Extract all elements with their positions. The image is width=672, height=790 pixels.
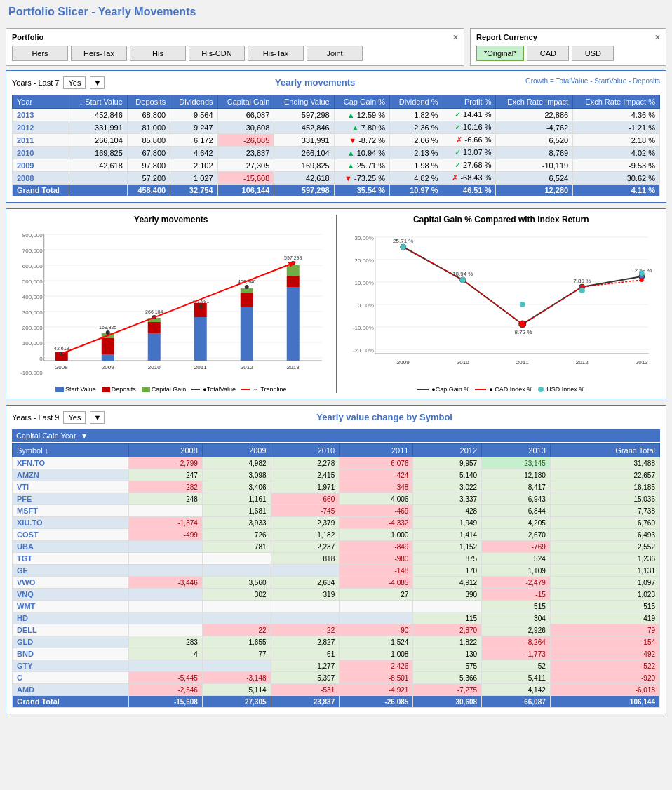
td-sym-2011: -8,501 [340,672,413,684]
td-sym-total: 7,738 [550,505,659,517]
td-sym-2013: -2,479 [482,577,551,589]
td-sym-2010: 2,278 [271,457,340,469]
line-chart-svg: 30.00% 20.00% 10.00% 0.00% -10.00% -20.0… [342,227,661,382]
td-year: 2010 [13,147,69,159]
td-sym-total: 419 [550,612,659,624]
td-exch-pct: -4.02 % [573,147,660,159]
td-sym-2013: 1,109 [482,565,551,577]
sym-th-2013: 2013 [482,444,551,457]
legend-color-capgain [142,387,150,392]
td-sym-2010: 2,237 [271,541,340,553]
td-ending: 597,298 [274,109,334,121]
td-sym-2011: -849 [340,541,413,553]
td-sym-total: -154 [550,636,659,648]
legend-color-deposits [102,387,110,392]
td-sym-2013: 2,670 [482,529,551,541]
portfolio-btn-his-tax[interactable]: His-Tax [248,46,304,61]
td-start: 452,846 [69,109,128,121]
td-sym-2009: 781 [202,541,271,553]
currency-label: Report Currency [476,33,537,41]
bar-2009-start [102,354,114,361]
currency-close-icon[interactable]: ✕ [654,34,660,41]
filter-dropdown[interactable]: ▼ [90,76,105,89]
td-capgain: -26,085 [217,134,274,147]
td-sym-2013: 4,142 [482,684,551,696]
td-sym-2008: 248 [128,493,202,505]
line-chart-title: Capital Gain % Compared with Index Retur… [342,215,661,225]
td-sym-2012: 575 [413,660,482,672]
td-exch: 6,524 [496,172,573,185]
portfolio-btn-hers[interactable]: Hers [12,46,68,61]
td-deposits: 97,800 [127,159,170,172]
th-start: ↓ Start Value [69,95,128,109]
svg-text:-100,000: -100,000 [20,370,43,376]
td-sym-2012: 1,414 [413,529,482,541]
td-sym-2011: -980 [340,553,413,565]
td-sym-symbol: BND [13,648,129,660]
td-sym-2009: 4,982 [202,457,271,469]
legend-line-capgain [417,389,429,390]
td-sym-2008: 4 [128,648,202,660]
td-ending: 169,825 [274,159,334,172]
bar-2012-deposits [241,293,253,307]
td-sgt-total: 106,144 [550,696,659,708]
th-year: Year [13,95,69,109]
td-sym-symbol: C [13,672,129,684]
currency-btn-cad[interactable]: CAD [527,46,569,61]
td-sym-2009: 1,681 [202,505,271,517]
td-sym-2012: 5,140 [413,469,482,481]
bar-2013-start [287,287,300,361]
td-sym-2008: 247 [128,469,202,481]
currency-btn-usd[interactable]: USD [572,46,614,61]
td-sym-2008 [128,601,202,612]
legend-dot-totalvalue [191,389,200,390]
td-sym-2008 [128,541,202,553]
td-sgt-2013: 66,087 [482,696,551,708]
yearly-filter-bar: Years - Last 7 Yes ▼ Yearly movements Gr… [12,76,660,89]
td-sym-2012: 3,337 [413,493,482,505]
symbol-section: Years - Last 9 Yes ▼ Yearly value change… [6,405,666,714]
td-profit-pct: ✗ -6.66 % [443,134,496,147]
filter-yes: Yes [63,76,86,89]
currency-header: Report Currency ✕ [476,33,660,41]
td-sym-2013: -8,264 [482,636,551,648]
svg-text:42,618: 42,618 [54,346,69,351]
portfolio-btn-his[interactable]: His [130,46,186,61]
td-dividends: 1,027 [170,172,217,185]
td-sym-2009: 3,560 [202,577,271,589]
currency-btn-original[interactable]: *Original* [476,46,524,61]
td-sym-2010: 5,397 [271,672,340,684]
td-sym-total: 22,657 [550,469,659,481]
th-exch-pct: Exch Rate Impact % [573,95,660,109]
svg-text:0.00%: 0.00% [358,302,374,309]
td-exch: -4,762 [496,121,573,134]
svg-text:-20.00%: -20.00% [352,347,373,354]
td-gt-dividends: 32,754 [170,185,217,196]
svg-text:0: 0 [39,356,43,362]
portfolio-btn-hers-tax[interactable]: Hers-Tax [71,46,127,61]
portfolio-btn-joint[interactable]: Joint [307,46,363,61]
symbol-filter-bar: Years - Last 9 Yes ▼ Yearly value change… [12,411,660,424]
td-profit-pct: ✓ 14.41 % [443,109,496,121]
svg-text:2012: 2012 [241,364,253,370]
td-sym-2009: 5,114 [202,684,271,696]
svg-text:2010: 2010 [456,359,469,366]
td-sym-2011: 1,000 [340,529,413,541]
portfolio-btn-his-cdn[interactable]: His-CDN [189,46,245,61]
symbol-filter-dropdown[interactable]: ▼ [90,411,105,424]
td-sym-2009 [202,660,271,672]
point-2011-usd [519,302,525,307]
td-year: 2012 [13,121,69,134]
legend-label-usd: USD Index % [546,386,584,393]
td-div-pct: 1.98 % [390,159,443,172]
cap-gain-year-dropdown[interactable]: ▼ [81,431,88,440]
td-deposits: 57,200 [127,172,170,185]
legend-capgain-line: ●Cap Gain % [417,386,469,393]
portfolio-close-icon[interactable]: ✕ [452,34,458,41]
td-gt-exch: 12,280 [496,185,573,196]
td-sym-2012: 3,022 [413,481,482,493]
svg-text:-10.00%: -10.00% [352,325,373,331]
td-gt-div-pct: 10.97 % [390,185,443,196]
td-sym-2011: -469 [340,505,413,517]
td-year: 2011 [13,134,69,147]
